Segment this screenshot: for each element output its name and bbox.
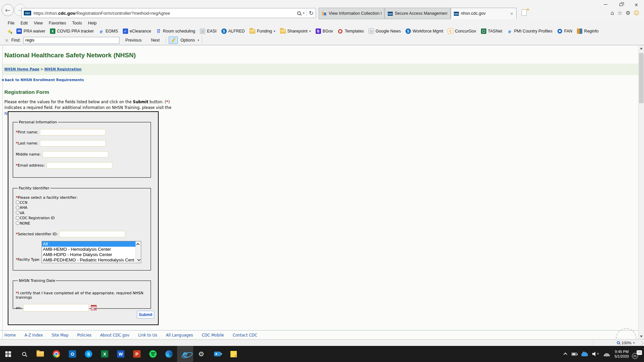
minimize-button[interactable]	[598, 0, 613, 9]
taskbar-edge[interactable]	[161, 346, 177, 362]
taskbar-camera[interactable]	[209, 346, 225, 362]
favorite-eclearance[interactable]: ✓eClearance	[120, 28, 154, 34]
calendar-icon[interactable]	[91, 305, 97, 310]
new-tab-button[interactable]: ★	[521, 8, 529, 18]
taskbar-word[interactable]: W	[113, 346, 129, 362]
back-button[interactable]: ←	[2, 4, 14, 16]
footer-policies-link[interactable]: Policies	[77, 333, 92, 338]
selected-identifier-input[interactable]	[59, 231, 125, 237]
breadcrumb-home-link[interactable]: NHSN Home Page	[4, 67, 39, 71]
restore-button[interactable]	[613, 0, 629, 9]
menu-view[interactable]: View	[31, 21, 46, 25]
footer-cdc-mobile-link[interactable]: CDC Mobile	[202, 333, 224, 338]
menu-tools[interactable]: Tools	[69, 21, 85, 25]
last-name-input[interactable]	[40, 140, 106, 146]
find-options-button[interactable]: Options	[180, 38, 195, 43]
middle-name-input[interactable]	[43, 151, 108, 158]
scroll-up-icon[interactable]	[136, 243, 140, 246]
close-button[interactable]: ×	[629, 0, 644, 9]
submit-button[interactable]: Submit	[137, 311, 154, 318]
favorite-pra-waiver[interactable]: PRA waiver	[14, 28, 48, 34]
menu-edit[interactable]: Edit	[17, 21, 31, 25]
footer-site-map-link[interactable]: Site Map	[52, 333, 68, 338]
taskbar-sticky-notes[interactable]	[225, 346, 241, 362]
listbox-option-amb-hdpd[interactable]: AMB-HDPD - Home Dialysis Center	[42, 252, 136, 257]
favorite-funding[interactable]: Funding▾	[247, 29, 278, 34]
favorite-alfred[interactable]: SALFRED	[219, 28, 247, 34]
breadcrumb-registration-link[interactable]: NHSN Registration	[44, 67, 82, 71]
vertical-scrollbar[interactable]	[638, 46, 644, 339]
scrollbar-down-icon[interactable]	[640, 336, 643, 338]
highlight-all-button[interactable]	[169, 37, 178, 44]
taskbar-excel[interactable]: X	[97, 346, 113, 362]
search-icon[interactable]	[297, 11, 301, 15]
listbox-option-amb-pedhemo[interactable]: AMB-PEDHEMO - Pediatric Hemodialysis Cen…	[42, 257, 136, 263]
va-radio[interactable]	[16, 211, 19, 215]
footer-az-index-link[interactable]: A-Z Index	[24, 333, 43, 338]
tab-secure-access-management[interactable]: CDC Secure Access Management Se...	[385, 8, 450, 19]
scrollbar-thumb[interactable]	[639, 53, 644, 103]
facility-type-listbox[interactable]: All AMB-HEMO - Hemodialysis Center AMB-H…	[42, 241, 141, 263]
favorite-workforce-mgmt[interactable]: SWorkforce Mgmt	[403, 28, 445, 34]
taskbar-skype[interactable]: S	[80, 346, 97, 362]
favorite-google-news[interactable]: Google News	[366, 28, 403, 34]
taskbar-internet-explorer[interactable]: e	[177, 346, 193, 362]
footer-about-cdc-link[interactable]: About CDC.gov	[100, 333, 129, 338]
find-input[interactable]	[23, 37, 119, 44]
menu-help[interactable]: Help	[85, 21, 100, 25]
hidden-icons-chevron[interactable]	[564, 353, 567, 356]
start-button[interactable]	[0, 346, 16, 362]
listbox-option-all[interactable]: All	[42, 241, 136, 247]
taskbar-clock[interactable]: 9:45 PM5/1/2020	[614, 349, 629, 359]
find-previous-button[interactable]: Previous	[122, 38, 145, 43]
favorite-room-scheduling[interactable]: CRSSRoom scheduling	[153, 28, 198, 34]
onedrive-icon[interactable]	[581, 353, 588, 356]
menu-favorites[interactable]: Favorites	[46, 21, 69, 25]
favorite-templates[interactable]: Templates	[335, 28, 366, 34]
taskbar-powerpoint[interactable]: P	[129, 346, 145, 362]
listbox-scrollbar[interactable]	[136, 241, 141, 263]
listbox-option-amb-hemo[interactable]: AMB-HEMO - Hemodialysis Center	[42, 247, 136, 252]
aha-radio[interactable]	[16, 206, 19, 209]
refresh-icon[interactable]: ↻	[309, 10, 314, 16]
favorite-concurgov[interactable]: CConcurGov	[445, 28, 478, 34]
taskbar-settings[interactable]: ⚙	[193, 346, 209, 362]
notification-center[interactable]: 21	[633, 350, 642, 358]
favorite-fan[interactable]: FAN	[555, 28, 575, 34]
scrollbar-up-icon[interactable]	[640, 47, 643, 49]
search-dropdown-icon[interactable]: ▾	[303, 11, 305, 15]
taskbar-spotify[interactable]	[145, 346, 161, 362]
tab-close-icon[interactable]: ×	[510, 11, 514, 16]
battery-icon[interactable]	[572, 353, 577, 356]
address-bar[interactable]: CDC https://nhsn.cdc.gov/RegistrationFor…	[21, 8, 316, 18]
settings-gear-icon[interactable]: ⚙	[626, 10, 630, 16]
zoom-control[interactable]: 100% ▾	[617, 340, 635, 346]
cdc-registration-id-radio[interactable]	[16, 216, 19, 220]
footer-all-languages-link[interactable]: All Languages	[166, 333, 193, 338]
favorite-eoms[interactable]: eEOMS	[96, 28, 120, 34]
favorite-reginfo[interactable]: Reginfo	[575, 28, 601, 34]
first-name-input[interactable]	[40, 129, 106, 135]
ccn-radio[interactable]	[16, 200, 19, 204]
favorite-covid-pra-tracker[interactable]: XCOVID PRA tracker	[48, 28, 96, 34]
resize-grip[interactable]	[639, 341, 644, 346]
wifi-icon[interactable]	[603, 352, 610, 356]
footer-contact-cdc-link[interactable]: Contact CDC	[233, 333, 257, 338]
favorite-bgov[interactable]: BBGov	[313, 28, 335, 34]
tab-view-information-collection[interactable]: View Information Collection R...	[319, 8, 384, 19]
find-next-button[interactable]: Next	[148, 38, 163, 43]
home-icon[interactable]: ⌂	[610, 10, 614, 16]
favorite-easi[interactable]: EASI	[198, 28, 219, 34]
email-input[interactable]	[47, 162, 112, 169]
tab-nhsn-cdc-gov[interactable]: CDC nhsn.cdc.gov ×	[451, 8, 517, 19]
taskbar-file-explorer[interactable]	[32, 346, 48, 362]
favorite-pmi-country-profiles[interactable]: ePMI Country Profiles	[504, 28, 555, 34]
taskbar-chrome[interactable]	[48, 346, 64, 362]
training-date-input[interactable]	[23, 304, 89, 311]
scroll-down-icon[interactable]	[137, 258, 141, 261]
favorite-sharepoint[interactable]: Sharepoint▾	[278, 29, 313, 34]
add-favorite-button[interactable]: ★	[5, 28, 14, 35]
taskbar-outlook[interactable]: O	[64, 346, 80, 362]
favorites-star-icon[interactable]: ☆	[618, 10, 622, 16]
footer-home-link[interactable]: Home	[4, 333, 16, 338]
